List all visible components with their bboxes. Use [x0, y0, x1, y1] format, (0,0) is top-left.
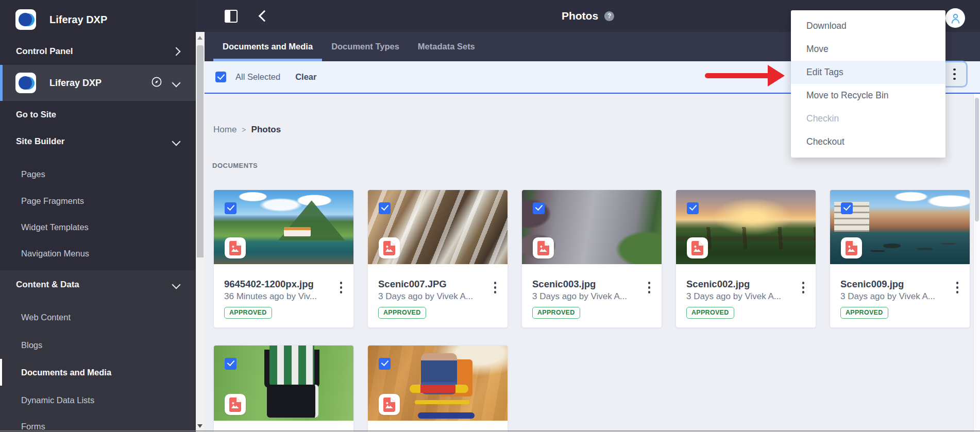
- compass-icon: [150, 76, 163, 90]
- document-title: Scenic007.JPG: [378, 279, 497, 290]
- sidebar-item-label: Control Panel: [16, 46, 73, 57]
- help-icon[interactable]: ?: [604, 11, 614, 21]
- page-scrollbar: [973, 94, 980, 432]
- card-checkbox-checked-icon[interactable]: [841, 202, 853, 214]
- document-modified-meta: 3 Days ago by Vivek A...: [532, 291, 651, 302]
- sidebar-item-site-builder[interactable]: Site Builder: [0, 130, 196, 153]
- tab-metadata-sets[interactable]: Metadata Sets: [409, 32, 484, 61]
- card-body: Scenic002.jpg 3 Days ago by Vivek A... A…: [676, 264, 816, 319]
- sidebar-item-label: Liferay DXP: [49, 78, 102, 89]
- sidebar-item-content-and-data[interactable]: Content & Data: [0, 273, 196, 296]
- sidebar-item-dynamic-data-lists[interactable]: Dynamic Data Lists: [0, 389, 196, 411]
- window-bottom-edge: [0, 430, 980, 431]
- document-card[interactable]: 9645402-1200px.jpg 36 Minutes ago by Viv…: [213, 189, 354, 328]
- document-thumbnail: [368, 190, 508, 264]
- sidebar-item-label: Dynamic Data Lists: [21, 395, 94, 405]
- sidebar-brand: Liferay DXP: [0, 7, 196, 32]
- tab-document-types[interactable]: Document Types: [322, 32, 409, 61]
- card-actions-kebab-icon[interactable]: [340, 282, 343, 293]
- product-menu-toggle-icon[interactable]: [225, 10, 238, 23]
- card-actions-kebab-icon[interactable]: [956, 282, 959, 293]
- sidebar-item-label: Forms: [21, 422, 45, 431]
- scrollbar-thumb[interactable]: [975, 98, 979, 221]
- document-card[interactable]: [213, 345, 354, 432]
- sidebar-item-pages[interactable]: Pages: [0, 163, 196, 185]
- document-card[interactable]: Scenic002.jpg 3 Days ago by Vivek A... A…: [675, 189, 816, 328]
- card-checkbox-checked-icon[interactable]: [687, 202, 699, 214]
- image-file-type-icon: [379, 394, 400, 415]
- document-modified-meta: 36 Minutes ago by Viv...: [224, 291, 343, 302]
- menu-item-checkout[interactable]: Checkout: [791, 130, 945, 153]
- chevron-down-icon: [172, 79, 181, 88]
- sidebar-item-label: Page Fragments: [21, 196, 84, 206]
- scrollbar-thumb[interactable]: [197, 45, 204, 257]
- annotation-red-arrow-head: [768, 65, 785, 87]
- breadcrumb-home-link[interactable]: Home: [213, 125, 236, 135]
- document-card[interactable]: [367, 345, 508, 432]
- liferay-logo-icon: [15, 9, 36, 30]
- sidebar-item-label: Blogs: [21, 340, 42, 350]
- sidebar-item-control-panel[interactable]: Control Panel: [0, 40, 196, 63]
- document-thumbnail: [676, 190, 816, 264]
- document-thumbnail: [368, 345, 508, 421]
- sidebar-scrollbar: [196, 32, 205, 432]
- breadcrumb-current-page: Photos: [251, 125, 281, 135]
- sidebar-item-liferay-dxp-site[interactable]: Liferay DXP: [0, 65, 196, 101]
- card-actions-kebab-icon[interactable]: [494, 282, 497, 293]
- card-actions-kebab-icon[interactable]: [802, 282, 805, 293]
- menu-item-edit-tags[interactable]: Edit Tags: [791, 61, 945, 84]
- sidebar-item-label: Go to Site: [16, 110, 56, 119]
- sidebar-item-widget-templates[interactable]: Widget Templates: [0, 216, 196, 238]
- clear-selection-button[interactable]: Clear: [295, 72, 316, 82]
- document-card-row: 9645402-1200px.jpg 36 Minutes ago by Viv…: [213, 189, 970, 328]
- kebab-vertical-icon: [953, 68, 956, 80]
- card-checkbox-checked-icon[interactable]: [225, 202, 236, 214]
- breadcrumb-separator: >: [242, 126, 246, 134]
- liferay-dxp-window: Liferay DXP Control Panel Liferay DXP Go…: [0, 0, 980, 432]
- card-actions-kebab-icon[interactable]: [648, 282, 651, 293]
- sidebar-item-label: Pages: [21, 169, 45, 179]
- card-checkbox-checked-icon[interactable]: [379, 202, 391, 214]
- tab-documents-and-media[interactable]: Documents and Media: [213, 32, 322, 61]
- menu-item-move-to-recycle-bin[interactable]: Move to Recycle Bin: [791, 84, 945, 107]
- sidebar-item-go-to-site[interactable]: Go to Site: [0, 103, 196, 126]
- document-modified-meta: 3 Days ago by Vivek A...: [840, 291, 959, 302]
- document-card[interactable]: Scenic007.JPG 3 Days ago by Vivek A... A…: [367, 189, 508, 328]
- sidebar-item-label: Web Content: [21, 313, 71, 322]
- sidebar-item-documents-and-media[interactable]: Documents and Media: [0, 361, 196, 384]
- image-file-type-icon: [841, 237, 862, 258]
- chevron-right-icon: [172, 47, 181, 56]
- sidebar-item-blogs[interactable]: Blogs: [0, 334, 196, 356]
- menu-item-download[interactable]: Download: [791, 14, 945, 38]
- scroll-up-arrow-icon[interactable]: [197, 36, 202, 40]
- select-all-checkbox-checked[interactable]: [215, 72, 226, 82]
- document-card[interactable]: Scenic003.jpg 3 Days ago by Vivek A... A…: [521, 189, 662, 328]
- liferay-logo-icon: [15, 73, 36, 93]
- card-checkbox-checked-icon[interactable]: [533, 202, 545, 214]
- document-thumbnail: [830, 190, 970, 264]
- card-checkbox-checked-icon[interactable]: [379, 358, 391, 370]
- scroll-down-arrow-icon[interactable]: [197, 424, 202, 428]
- sidebar-item-page-fragments[interactable]: Page Fragments: [0, 189, 196, 212]
- sidebar-item-web-content[interactable]: Web Content: [0, 306, 196, 329]
- person-icon: [949, 12, 962, 25]
- document-title: Scenic002.jpg: [686, 279, 805, 290]
- document-thumbnail: [214, 345, 353, 421]
- sidebar-item-navigation-menus[interactable]: Navigation Menus: [0, 242, 196, 265]
- menu-item-move[interactable]: Move: [791, 38, 945, 61]
- document-title: Scenic003.jpg: [532, 279, 651, 290]
- sidebar-item-label: Widget Templates: [21, 222, 89, 232]
- sidebar-item-label: Content & Data: [16, 280, 79, 290]
- image-file-type-icon: [379, 237, 400, 258]
- user-avatar[interactable]: [945, 8, 965, 28]
- status-badge: APPROVED: [532, 307, 580, 319]
- back-chevron-icon[interactable]: [259, 10, 271, 22]
- card-checkbox-checked-icon[interactable]: [225, 358, 236, 370]
- sidebar-item-label: Documents and Media: [21, 368, 111, 377]
- document-modified-meta: 3 Days ago by Vivek A...: [686, 291, 805, 302]
- document-card[interactable]: Scenic009.jpg 3 Days ago by Vivek A... A…: [830, 189, 970, 328]
- documents-section-label: DOCUMENTS: [212, 162, 258, 169]
- sidebar-item-forms[interactable]: Forms: [0, 415, 196, 432]
- document-card-row: [213, 345, 508, 432]
- image-file-type-icon: [225, 394, 246, 415]
